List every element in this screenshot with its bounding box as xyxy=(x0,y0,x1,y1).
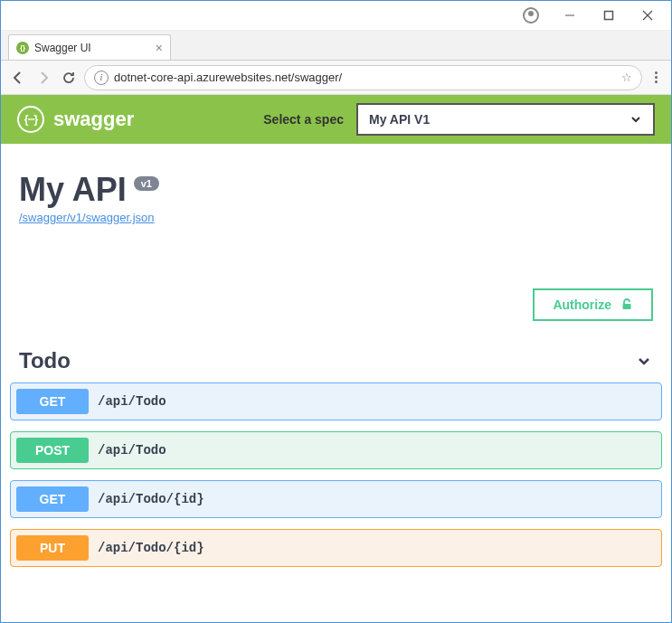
swagger-json-link[interactable]: /swagger/v1/swagger.json xyxy=(19,211,155,224)
api-title: My API xyxy=(19,171,127,209)
bookmark-star-icon[interactable]: ☆ xyxy=(621,71,632,84)
tab-title: Swagger UI xyxy=(34,42,91,54)
operation-get-todo-id[interactable]: GET /api/Todo/{id} xyxy=(10,480,662,518)
address-bar[interactable]: i dotnet-core-api.azurewebsites.net/swag… xyxy=(84,65,642,90)
operation-put-todo-id[interactable]: PUT /api/Todo/{id} xyxy=(10,529,662,567)
info-section: My API v1 /swagger/v1/swagger.json xyxy=(1,144,671,234)
swagger-favicon-icon: {} xyxy=(16,42,29,54)
swagger-logo-text: swagger xyxy=(53,108,134,131)
window-close-button[interactable] xyxy=(629,1,667,30)
page-scroll-region[interactable]: {···} swagger Select a spec My API V1 My… xyxy=(1,95,671,622)
url-text: dotnet-core-api.azurewebsites.net/swagge… xyxy=(114,71,616,84)
operation-path: /api/Todo xyxy=(98,394,166,409)
authorize-label: Authorize xyxy=(553,297,611,312)
swagger-logo: {···} swagger xyxy=(17,106,134,133)
user-account-icon[interactable] xyxy=(511,1,550,30)
browser-tabstrip: {} Swagger UI × xyxy=(1,30,671,61)
spec-select[interactable]: My API V1 xyxy=(356,103,655,136)
browser-window: {} Swagger UI × i dotnet-core-api.azurew… xyxy=(0,0,672,623)
svg-rect-1 xyxy=(605,12,613,20)
tab-close-icon[interactable]: × xyxy=(156,42,163,54)
method-badge: GET xyxy=(16,486,89,512)
window-titlebar xyxy=(1,1,671,30)
spec-select-value: My API V1 xyxy=(369,112,430,127)
window-minimize-button[interactable] xyxy=(550,1,589,30)
authorize-button[interactable]: Authorize xyxy=(533,288,653,321)
swagger-topbar: {···} swagger Select a spec My API V1 xyxy=(1,95,671,144)
operation-path: /api/Todo xyxy=(98,443,166,458)
api-version-badge: v1 xyxy=(134,176,159,191)
spec-select-label: Select a spec xyxy=(263,112,344,127)
svg-rect-4 xyxy=(623,304,631,309)
operation-get-todo[interactable]: GET /api/Todo xyxy=(10,382,662,420)
method-badge: PUT xyxy=(16,535,89,561)
browser-tab[interactable]: {} Swagger UI × xyxy=(8,34,171,60)
tag-name: Todo xyxy=(19,348,71,373)
window-maximize-button[interactable] xyxy=(590,1,629,30)
nav-back-button[interactable] xyxy=(8,68,28,88)
method-badge: GET xyxy=(16,389,89,414)
browser-menu-button[interactable] xyxy=(648,71,664,83)
tag-header[interactable]: Todo xyxy=(10,339,662,382)
operation-path: /api/Todo/{id} xyxy=(98,541,204,555)
method-badge: POST xyxy=(16,438,89,463)
auth-wrapper: Authorize xyxy=(1,234,671,339)
nav-reload-button[interactable] xyxy=(59,68,79,88)
chevron-down-icon xyxy=(629,113,642,126)
tag-section-todo: Todo GET /api/Todo POST /api/Todo GET /a… xyxy=(1,339,671,587)
operation-post-todo[interactable]: POST /api/Todo xyxy=(10,431,662,469)
unlock-icon xyxy=(620,298,633,311)
site-info-icon[interactable]: i xyxy=(94,71,109,85)
swagger-logo-icon: {···} xyxy=(17,106,44,133)
operation-path: /api/Todo/{id} xyxy=(98,492,204,506)
nav-forward-button[interactable] xyxy=(33,68,53,88)
browser-toolbar: i dotnet-core-api.azurewebsites.net/swag… xyxy=(1,61,671,95)
chevron-down-icon xyxy=(635,352,653,370)
